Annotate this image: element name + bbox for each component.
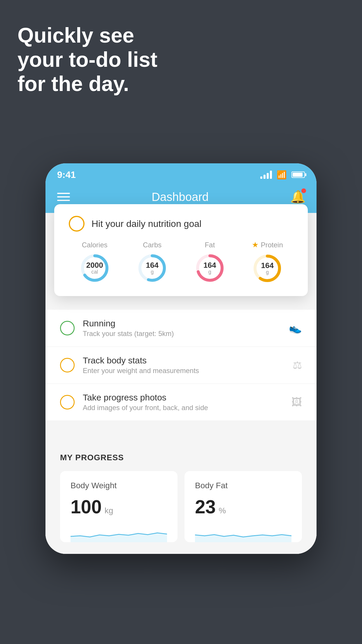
nutrition-card-header: Hit your daily nutrition goal (69, 216, 293, 232)
progress-photos-desc: Add images of your front, back, and side (83, 404, 283, 412)
phone-mockup: 9:41 📶 Dashboard 🔔 THINGS TO DO T (45, 163, 317, 554)
body-weight-card[interactable]: Body Weight 100 kg (60, 471, 178, 542)
progress-section-title: MY PROGRESS (60, 453, 302, 462)
fat-value: 164 (203, 261, 216, 269)
body-weight-sparkline (71, 525, 167, 542)
scale-icon: ⚖ (293, 359, 302, 371)
body-weight-number: 100 (71, 496, 102, 518)
protein-value: 164 (261, 262, 274, 269)
nutrition-checkbox[interactable] (69, 216, 85, 232)
fat-donut: 164 g (194, 252, 226, 284)
progress-section: MY PROGRESS Body Weight 100 kg (45, 438, 317, 554)
carbs-unit: g (146, 269, 159, 275)
body-stats-desc: Enter your weight and measurements (83, 367, 284, 375)
running-text: Running Track your stats (target: 5km) (83, 318, 281, 338)
todo-item-progress-photos[interactable]: Take progress photos Add images of your … (45, 384, 317, 421)
nutrition-title: Hit your daily nutrition goal (92, 218, 201, 229)
progress-cards: Body Weight 100 kg Body Fat (60, 471, 302, 542)
body-weight-value-row: 100 kg (71, 496, 167, 518)
calories-label: Calories (82, 241, 108, 249)
todo-item-running[interactable]: Running Track your stats (target: 5km) 👟 (45, 310, 317, 347)
star-icon: ★ (252, 240, 259, 249)
progress-photos-text: Take progress photos Add images of your … (83, 393, 283, 412)
carbs-donut: 164 g (136, 252, 168, 284)
calories-metric: Calories 2000 cal (79, 241, 111, 284)
calories-unit: cal (86, 269, 103, 275)
body-weight-card-title: Body Weight (71, 481, 167, 490)
todo-item-body-stats[interactable]: Track body stats Enter your weight and m… (45, 347, 317, 384)
nutrition-card[interactable]: Hit your daily nutrition goal Calories 2… (54, 204, 308, 296)
body-stats-name: Track body stats (83, 356, 284, 365)
running-name: Running (83, 318, 281, 328)
body-fat-card-title: Body Fat (195, 481, 291, 490)
nutrition-metrics: Calories 2000 cal Carbs (69, 240, 293, 284)
carbs-label: Carbs (143, 241, 161, 249)
battery-icon (291, 172, 305, 178)
background-headline: Quickly see your to-do list for the day. (17, 23, 157, 96)
carbs-metric: Carbs 164 g (136, 241, 168, 284)
body-weight-unit: kg (105, 506, 113, 515)
running-checkbox[interactable] (60, 321, 75, 335)
calories-donut: 2000 cal (79, 252, 111, 284)
body-fat-unit: % (219, 506, 226, 515)
protein-label: ★ Protein (252, 240, 283, 249)
fat-unit: g (203, 269, 216, 275)
app-content: THINGS TO DO TODAY Hit your daily nutrit… (45, 213, 317, 554)
protein-donut: 164 g (251, 252, 283, 284)
progress-photos-checkbox[interactable] (60, 395, 75, 410)
todo-list: Running Track your stats (target: 5km) 👟… (45, 310, 317, 421)
wifi-icon: 📶 (277, 170, 287, 180)
status-time: 9:41 (57, 169, 76, 180)
fat-label: Fat (205, 241, 215, 249)
progress-photos-name: Take progress photos (83, 393, 283, 402)
status-icons: 📶 (260, 170, 305, 180)
shoe-icon: 👟 (289, 322, 302, 334)
fat-metric: Fat 164 g (194, 241, 226, 284)
photo-icon: 🖼 (291, 396, 302, 408)
body-fat-sparkline (195, 525, 291, 542)
running-desc: Track your stats (target: 5km) (83, 330, 281, 338)
notification-bell-button[interactable]: 🔔 (290, 190, 305, 204)
calories-value: 2000 (86, 261, 103, 269)
body-fat-number: 23 (195, 496, 216, 518)
status-bar: 9:41 📶 (45, 163, 317, 184)
body-stats-checkbox[interactable] (60, 358, 75, 372)
protein-metric: ★ Protein 164 g (251, 240, 283, 284)
carbs-value: 164 (146, 261, 159, 269)
protein-unit: g (261, 269, 274, 275)
body-fat-value-row: 23 % (195, 496, 291, 518)
body-fat-card[interactable]: Body Fat 23 % (184, 471, 302, 542)
header-title: Dashboard (152, 190, 209, 204)
signal-icon (260, 171, 272, 179)
notification-dot (301, 188, 306, 193)
body-stats-text: Track body stats Enter your weight and m… (83, 356, 284, 375)
hamburger-menu-button[interactable] (57, 193, 70, 201)
